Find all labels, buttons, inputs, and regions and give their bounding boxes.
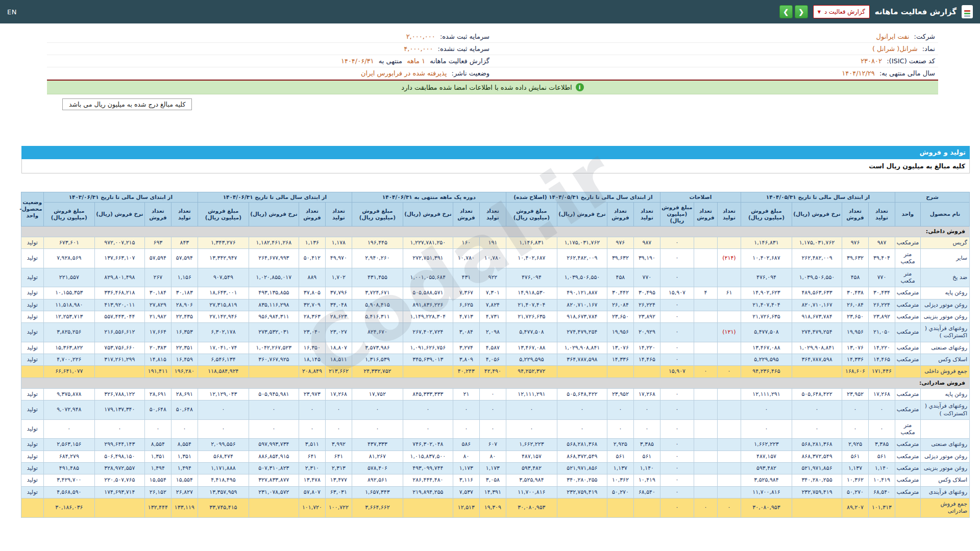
value-cell: ۰ bbox=[633, 419, 660, 439]
value-cell: ۲۱,۰۵۰ bbox=[869, 323, 895, 342]
unit-cell: مترمکعب bbox=[895, 311, 921, 322]
value-cell: ۱,۱۴۰ bbox=[869, 463, 895, 474]
value-cell: ۲۳,۸۹۲ bbox=[869, 311, 895, 322]
value-cell: ۱۴,۲۲۰ bbox=[633, 342, 660, 354]
unit-cell: مترمکعب bbox=[895, 474, 921, 486]
value-cell bbox=[717, 388, 741, 400]
unit-cell: متر مکعب bbox=[895, 249, 921, 268]
product-status-cell: تولید bbox=[21, 388, 43, 400]
value-cell: ۱۷۹,۱۳۷,۳۴۰ bbox=[94, 400, 144, 420]
value-cell: ۴۵۸ bbox=[607, 268, 633, 287]
table-row: روغنهای صنعتیمترمکعب۳,۳۸۵۲,۹۲۵۵۶۸,۲۸۱,۳۶… bbox=[21, 439, 969, 450]
value-cell: ۸۸۹ bbox=[299, 268, 325, 287]
value-cell: ۸۹۱,۸۳۶,۲۲۶ bbox=[403, 299, 453, 311]
value-cell: ۰ bbox=[325, 400, 352, 420]
value-cell: ۱۸,۶۴۳,۰۰۱ bbox=[198, 287, 249, 299]
value-cell: ۱۷۱,۴۴۶ bbox=[869, 366, 895, 378]
value-cell: ۶۸,۵۴۰ bbox=[633, 486, 660, 498]
info-label: سال مالی منتهی به: bbox=[877, 69, 935, 77]
value-cell: ۵,۲۲۹,۵۹۵ bbox=[506, 354, 557, 366]
value-cell bbox=[717, 354, 741, 366]
value-cell: ۱,۱۷۳ bbox=[479, 463, 506, 474]
value-cell bbox=[694, 439, 717, 450]
value-cell: ۲۳,۹۷۳ bbox=[299, 388, 325, 400]
value-cell bbox=[717, 299, 741, 311]
value-cell: ۴,۷۳۱ bbox=[479, 311, 506, 322]
value-cell: ۳,۷۲۴,۶۷۱ bbox=[352, 287, 403, 299]
column-header: تعداد فروش bbox=[453, 203, 479, 226]
value-cell: ۵۶۱ bbox=[842, 450, 869, 462]
value-cell: ۱۴,۴۶۵ bbox=[633, 354, 660, 366]
column-header: نرخ فروش (ریال) bbox=[792, 203, 842, 226]
value-cell: ۱۱,۷۰۰,۸۱۶ bbox=[741, 486, 792, 498]
value-cell: ۰ bbox=[352, 419, 403, 439]
language-link[interactable]: EN bbox=[7, 8, 17, 16]
value-cell: ۲۳,۰۲۷ bbox=[325, 323, 352, 342]
product-name-cell: روغن موتور بنزینی bbox=[921, 463, 970, 474]
value-cell: ۳۴۵,۶۳۹,۰۱۳ bbox=[403, 354, 453, 366]
value-cell: ۱۴,۴۶۵ bbox=[869, 354, 895, 366]
value-cell: ۵۶۸,۲۸۱,۳۶۸ bbox=[557, 439, 607, 450]
table-row: روغنهای فرآیندیمترمکعب۶۸,۵۴۰۵۰,۲۷۰۲۳۲,۷۵… bbox=[21, 486, 969, 498]
value-cell: ۱۵,۹۰۷ bbox=[660, 287, 694, 299]
value-cell: ۱۴,۹۰۲,۶۲۳ bbox=[741, 287, 792, 299]
value-cell: ۳,۵۲۵,۹۸۴ bbox=[741, 474, 792, 486]
total-row: جمع فروش صادراتی۱۰۱,۳۱۳۸۹,۲۰۷۳۰,۰۸۰,۹۵۳۰… bbox=[21, 498, 969, 517]
product-name-cell bbox=[921, 419, 970, 439]
value-cell: ۳۰,۱۸۳ bbox=[171, 287, 198, 299]
value-cell: ۸۰ bbox=[453, 450, 479, 462]
value-cell: ۷,۹۲۸,۵۶۹ bbox=[43, 249, 94, 268]
value-cell: ۰ bbox=[479, 419, 506, 439]
value-cell: ۳۲۷,۸۳۳,۸۷۷ bbox=[249, 474, 299, 486]
value-cell: ۴۵۸ bbox=[842, 268, 869, 287]
value-cell: ۵۸۶ bbox=[453, 439, 479, 450]
value-cell: ۳۰,۴۳۸ bbox=[842, 287, 869, 299]
section-header-production: تولید و فروش bbox=[21, 146, 970, 159]
value-cell: ۱۷,۷۵۲ bbox=[352, 388, 403, 400]
report-type-select[interactable]: گزارش فعالیت د ▼ bbox=[813, 5, 870, 18]
value-cell bbox=[694, 311, 717, 322]
value-cell bbox=[633, 498, 660, 517]
value-cell: ۰ bbox=[660, 237, 694, 248]
value-cell: ۱۳,۳۴۲,۹۴۷ bbox=[198, 249, 249, 268]
value-cell: ۱۹۶,۲۸۰ bbox=[171, 366, 198, 378]
value-cell: ۵,۴۱۶,۳۱۱ bbox=[352, 311, 403, 322]
value-cell: ۳۱۷,۲۶۱,۲۹۹ bbox=[94, 354, 144, 366]
value-cell: ۳۰,۱۸۶,۰۳۶ bbox=[43, 498, 94, 517]
value-cell: ۴۷۶,۰۹۴ bbox=[506, 268, 557, 287]
info-value: ۲,۰۰۰,۰۰۰ bbox=[406, 33, 435, 40]
value-cell: ۱۱۸,۵۸۴,۹۲۴ bbox=[198, 366, 249, 378]
value-cell: ۱,۱۴۹,۲۲۸,۳۰۴ bbox=[403, 311, 453, 322]
company-info-row: کد صنعت (ISIC): ۲۳۰۸۰۲ bbox=[493, 55, 938, 67]
value-cell: ۳,۸۰۹ bbox=[453, 354, 479, 366]
value-cell: ۵۲۱,۹۷۱,۸۵۶ bbox=[557, 463, 607, 474]
next-report-button[interactable]: ❮ bbox=[795, 5, 808, 18]
value-cell: ۱۳,۳۵۷,۹۵۹ bbox=[198, 486, 249, 498]
prev-report-button[interactable]: ❯ bbox=[779, 5, 793, 18]
value-cell: ۷۷۰ bbox=[869, 268, 895, 287]
table-row: گریسمترمکعب۹۸۷۹۷۶۱,۱۷۵,۰۳۱,۷۶۲۱,۱۴۶,۸۳۱۰… bbox=[21, 237, 969, 248]
column-group-header: وضعیت محصول-واحد bbox=[21, 192, 43, 227]
value-cell: ۸۴۳ bbox=[171, 237, 198, 248]
value-cell: ۴,۷۱۳ bbox=[453, 311, 479, 322]
value-cell bbox=[694, 463, 717, 474]
value-cell: ۱۴,۳۳۶ bbox=[607, 354, 633, 366]
value-cell bbox=[694, 342, 717, 354]
value-cell: ۶۹۳ bbox=[144, 237, 171, 248]
value-cell: ۰ bbox=[198, 419, 249, 439]
value-cell: ۰ bbox=[842, 400, 869, 420]
value-cell: ۱,۰۳۹,۵۰۶,۵۵۰ bbox=[557, 268, 607, 287]
table-row: روغن موتور دیزلیمترمکعب۲۶,۲۲۴۲۶,۰۸۴۸۲۰,۷… bbox=[21, 299, 969, 311]
value-cell: ۸,۵۵۴ bbox=[144, 439, 171, 450]
value-cell: ۳,۲۷۴ bbox=[453, 342, 479, 354]
value-cell: ۳,۳۸۵ bbox=[869, 439, 895, 450]
unit-cell: مترمکعب bbox=[895, 323, 921, 342]
value-cell: ۱,۰۴۲,۲۶۷,۵۲۳ bbox=[249, 342, 299, 354]
value-cell: ۰ bbox=[557, 419, 607, 439]
value-cell: ۰ bbox=[453, 419, 479, 439]
value-cell: ۱,۶۶۲,۲۲۳ bbox=[506, 439, 557, 450]
value-cell: ۵,۹۰۸,۴۱۵ bbox=[352, 299, 403, 311]
value-cell: ۹۱۸,۶۷۳,۷۸۴ bbox=[792, 311, 842, 322]
value-cell: ۰ bbox=[792, 400, 842, 420]
value-cell: ۱۳,۴۷۸ bbox=[299, 474, 325, 486]
